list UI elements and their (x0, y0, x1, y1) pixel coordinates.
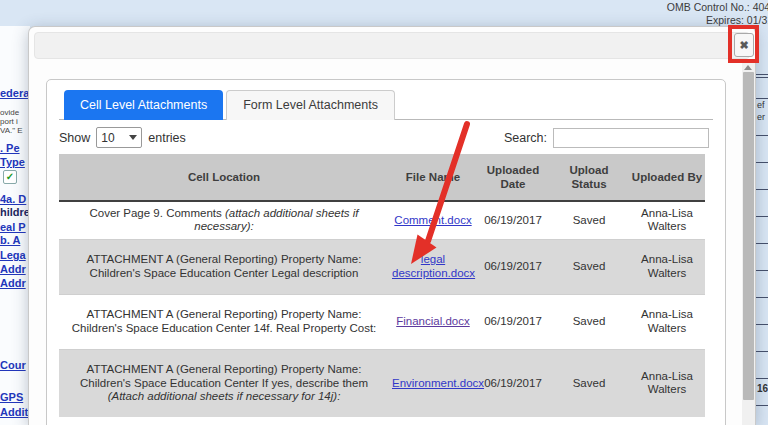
file-link[interactable]: legal description.docx (392, 253, 475, 279)
attachments-modal: ✖ Cell Level Attachments Form Level Atta… (28, 26, 756, 425)
upload-status: Saved (549, 239, 629, 294)
column-header-file-name[interactable]: File Name (389, 154, 477, 201)
omb-control-text: OMB Control No.: 4040 Expires: 01/31/ (600, 1, 768, 27)
uploaded-date: 06/19/2017 (477, 239, 549, 294)
bg-text-fragment: hildre (0, 206, 30, 218)
table-controls: Show 10 entries Search: (59, 127, 709, 148)
attachments-panel: Cell Level Attachments Form Level Attach… (46, 79, 726, 425)
attachments-table: Cell Location File Name Uploaded Date Up… (59, 154, 705, 417)
check-glyph: ✓ (6, 171, 14, 182)
cell-location: ATTACHMENT A (General Reporting) Propert… (59, 349, 389, 417)
bg-table-line (755, 216, 768, 217)
bg-table-line (755, 162, 768, 163)
uploaded-date: 06/19/2017 (477, 201, 549, 239)
scroll-up-arrow-icon[interactable] (744, 65, 752, 70)
bg-text-fragment: 16 (757, 383, 768, 394)
dropdown-arrow-icon (129, 135, 137, 140)
cell-location: ATTACHMENT A (General Reporting) Propert… (59, 239, 389, 294)
uploaded-by: Anna-Lisa Walters (629, 239, 705, 294)
bg-link-fragment[interactable]: b. A (0, 234, 20, 246)
bg-link-fragment[interactable]: GPS (0, 391, 23, 403)
bg-link-fragment[interactable]: Addit (0, 406, 28, 418)
bg-table-line (755, 270, 768, 271)
attachment-row: ATTACHMENT A (General Reporting) Propert… (59, 349, 705, 417)
bg-text-fragment: port i (0, 117, 18, 126)
bg-table-line (755, 297, 768, 298)
close-highlight-annotation (728, 25, 759, 63)
bg-table-line (755, 98, 768, 99)
entries-label: entries (148, 131, 186, 145)
tab-form-level-attachments[interactable]: Form Level Attachments (226, 90, 395, 120)
bg-table-line (755, 324, 768, 325)
search-input[interactable] (553, 128, 709, 148)
cell-location: Cover Page 9. Comments (attach additiona… (59, 201, 389, 239)
bg-text-fragment: ovide (0, 108, 19, 117)
bg-link-fragment[interactable]: Cour (0, 359, 26, 371)
modal-scrollbar[interactable] (742, 63, 755, 425)
attachment-row: Cover Page 9. Comments (attach additiona… (59, 201, 705, 239)
bg-link-fragment[interactable]: Type (0, 156, 25, 168)
file-link[interactable]: Environment.docx (392, 377, 484, 389)
file-link[interactable]: Comment.docx (394, 214, 471, 226)
file-link[interactable]: Financial.docx (396, 315, 470, 327)
upload-status: Saved (549, 201, 629, 239)
column-header-uploaded-date[interactable]: Uploaded Date (477, 154, 549, 201)
search-control: Search: (504, 128, 709, 148)
uploaded-by: Anna-Lisa Walters (629, 201, 705, 239)
bg-link-fragment[interactable]: Lega (0, 249, 26, 261)
uploaded-by: Anna-Lisa Walters (629, 349, 705, 417)
scrollbar-thumb[interactable] (743, 72, 754, 400)
page-size-value: 10 (101, 131, 114, 145)
bg-link-fragment[interactable]: Addr (0, 277, 26, 289)
column-header-uploaded-by[interactable]: Uploaded By (629, 154, 705, 201)
bg-text-fragment: er (757, 112, 765, 122)
modal-header (34, 32, 750, 59)
upload-status: Saved (549, 294, 629, 349)
bg-text-fragment: ef (757, 100, 765, 110)
bg-table-line (755, 378, 768, 379)
cell-location: ATTACHMENT A (General Reporting) Propert… (59, 294, 389, 349)
column-header-cell-location[interactable]: Cell Location (59, 154, 389, 201)
tab-cell-level-attachments[interactable]: Cell Level Attachments (64, 90, 223, 120)
upload-status: Saved (549, 349, 629, 417)
bg-link-fragment[interactable]: eal P (0, 221, 26, 233)
page-size-select[interactable]: 10 (96, 127, 142, 148)
bg-text-fragment: VA." E (0, 126, 23, 135)
bg-link-fragment[interactable]: . Pe (0, 142, 20, 154)
bg-table-line (755, 243, 768, 244)
bg-table-line (755, 405, 768, 406)
bg-table-line (755, 351, 768, 352)
uploaded-by: Anna-Lisa Walters (629, 294, 705, 349)
bg-link-fragment[interactable]: edera (0, 87, 29, 99)
tab-bar: Cell Level Attachments Form Level Attach… (59, 90, 713, 120)
bg-table-line (755, 77, 768, 78)
checked-checkbox-icon[interactable]: ✓ (3, 170, 17, 184)
search-label: Search: (504, 131, 547, 145)
attachment-row: ATTACHMENT A (General Reporting) Propert… (59, 239, 705, 294)
column-header-upload-status[interactable]: Upload Status (549, 154, 629, 201)
attachment-row: ATTACHMENT A (General Reporting) Propert… (59, 294, 705, 349)
uploaded-date: 06/19/2017 (477, 349, 549, 417)
bg-link-fragment[interactable]: Addr (0, 263, 26, 275)
omb-control-number: OMB Control No.: 4040 (600, 1, 768, 14)
bg-table-line (755, 189, 768, 190)
bg-link-fragment[interactable]: 4a. D (0, 193, 26, 205)
show-label: Show (59, 131, 90, 145)
bg-table-line (755, 135, 768, 136)
uploaded-date: 06/19/2017 (477, 294, 549, 349)
table-header-row: Cell Location File Name Uploaded Date Up… (59, 154, 705, 201)
show-entries-control: Show 10 entries (59, 127, 186, 148)
bg-table-line (755, 74, 768, 75)
